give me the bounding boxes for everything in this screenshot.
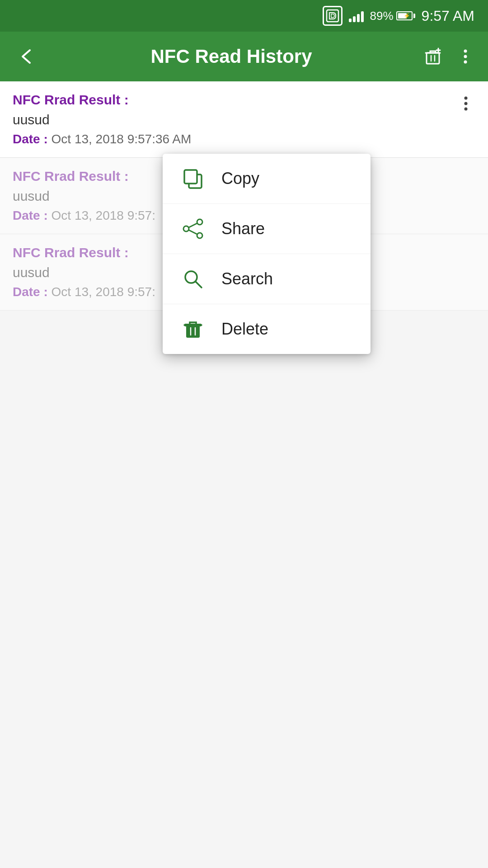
svg-rect-21 bbox=[184, 324, 202, 326]
item-more-button[interactable] bbox=[455, 92, 477, 115]
back-button[interactable] bbox=[13, 47, 40, 66]
clear-all-button[interactable] bbox=[423, 47, 443, 66]
item-date-label: Date : bbox=[13, 285, 52, 299]
more-options-button[interactable] bbox=[455, 47, 475, 66]
item-value: uusud bbox=[13, 112, 475, 127]
svg-point-6 bbox=[465, 102, 468, 105]
signal-icon bbox=[349, 9, 364, 22]
context-menu: Copy Share Search bbox=[163, 154, 371, 354]
svg-point-4 bbox=[464, 61, 467, 64]
menu-item-delete[interactable]: Delete bbox=[163, 304, 371, 354]
list-item: NFC Rrad Result : uusud Date : Oct 13, 2… bbox=[0, 81, 488, 158]
svg-line-14 bbox=[189, 230, 197, 234]
battery-area: 89% ⚡ bbox=[370, 9, 415, 23]
menu-item-copy[interactable]: Copy bbox=[163, 154, 371, 204]
share-label: Share bbox=[221, 219, 265, 238]
svg-rect-9 bbox=[184, 170, 197, 184]
menu-item-share[interactable]: Share bbox=[163, 204, 371, 254]
svg-rect-1 bbox=[427, 53, 439, 64]
status-bar: 89% ⚡ 9:57 AM bbox=[0, 0, 488, 32]
item-date-value: Oct 13, 2018 9:57:36 AM bbox=[52, 132, 192, 146]
app-bar: NFC Read History bbox=[0, 32, 488, 81]
nfc-icon bbox=[323, 6, 343, 26]
svg-point-2 bbox=[464, 50, 467, 53]
svg-point-3 bbox=[464, 55, 467, 58]
delete-icon bbox=[181, 317, 205, 341]
svg-line-13 bbox=[189, 223, 197, 227]
copy-label: Copy bbox=[221, 169, 259, 188]
battery-percent: 89% bbox=[370, 9, 394, 23]
delete-label: Delete bbox=[221, 320, 268, 339]
svg-rect-17 bbox=[186, 325, 200, 338]
battery-icon: ⚡ bbox=[396, 11, 415, 20]
item-date-value: Oct 13, 2018 9:57: bbox=[52, 285, 155, 299]
time-display: 9:57 AM bbox=[422, 8, 474, 24]
status-icons: 89% ⚡ 9:57 AM bbox=[323, 6, 474, 26]
app-title: NFC Read History bbox=[51, 46, 412, 67]
svg-point-5 bbox=[465, 97, 468, 100]
copy-icon bbox=[181, 166, 205, 191]
item-date-label: Date : bbox=[13, 132, 52, 146]
share-icon bbox=[181, 217, 205, 241]
svg-point-11 bbox=[197, 233, 202, 238]
item-date-row: Date : Oct 13, 2018 9:57:36 AM bbox=[13, 132, 475, 146]
svg-point-12 bbox=[183, 226, 189, 231]
svg-line-16 bbox=[196, 282, 202, 288]
item-date-value: Oct 13, 2018 9:57: bbox=[52, 208, 155, 223]
svg-rect-0 bbox=[327, 10, 338, 22]
search-label: Search bbox=[221, 269, 273, 288]
item-title: NFC Rrad Result : bbox=[13, 92, 475, 108]
menu-item-search[interactable]: Search bbox=[163, 254, 371, 304]
svg-point-10 bbox=[197, 219, 202, 225]
toolbar-icons bbox=[423, 47, 475, 66]
search-icon bbox=[181, 267, 205, 291]
item-date-label: Date : bbox=[13, 208, 52, 223]
svg-point-7 bbox=[465, 108, 468, 111]
